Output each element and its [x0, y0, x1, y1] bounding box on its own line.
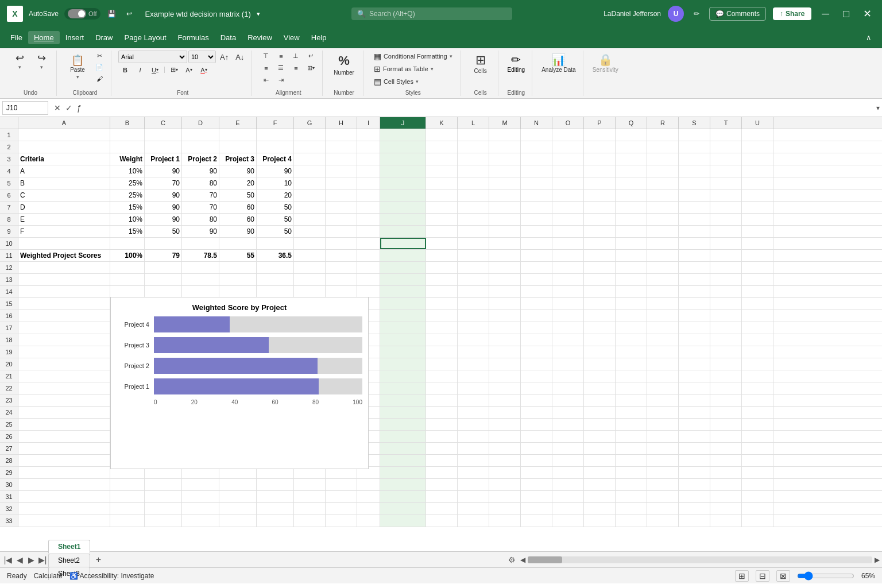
- cell-Q25[interactable]: [616, 419, 647, 430]
- cell-L21[interactable]: [458, 370, 489, 382]
- cell-M15[interactable]: [489, 298, 521, 310]
- normal-view-button[interactable]: ⊞: [735, 570, 749, 582]
- cell-T11[interactable]: [710, 250, 742, 261]
- cell-L11[interactable]: [458, 250, 489, 261]
- cell-J25[interactable]: [380, 419, 426, 430]
- cell-I5[interactable]: [357, 177, 380, 189]
- cell-U33[interactable]: [742, 515, 773, 527]
- cell-E31[interactable]: [219, 491, 257, 502]
- cell-L32[interactable]: [458, 503, 489, 514]
- settings-icon[interactable]: ⚙: [508, 555, 516, 564]
- cell-R25[interactable]: [647, 419, 679, 430]
- cell-D5[interactable]: 80: [182, 177, 219, 189]
- cell-E11[interactable]: 55: [219, 250, 257, 261]
- cell-S3[interactable]: [679, 153, 710, 165]
- cell-F2[interactable]: [257, 141, 294, 153]
- cell-E33[interactable]: [219, 515, 257, 527]
- menu-home[interactable]: Home: [28, 31, 60, 44]
- cell-G11[interactable]: [294, 250, 326, 261]
- cell-U2[interactable]: [742, 141, 773, 153]
- cell-D1[interactable]: [182, 129, 219, 141]
- cell-R26[interactable]: [647, 431, 679, 442]
- chart-container[interactable]: Weighted Score by Project Project 4Proje…: [110, 297, 369, 469]
- cell-M30[interactable]: [489, 479, 521, 490]
- cell-P9[interactable]: [584, 226, 616, 237]
- cell-T18[interactable]: [710, 334, 742, 346]
- cell-M12[interactable]: [489, 262, 521, 273]
- menu-data[interactable]: Data: [215, 31, 242, 44]
- cell-N15[interactable]: [521, 298, 552, 310]
- cell-J6[interactable]: [380, 189, 426, 201]
- cell-Q8[interactable]: [616, 214, 647, 225]
- cell-F32[interactable]: [257, 503, 294, 514]
- cell-B8[interactable]: 10%: [110, 214, 145, 225]
- cell-G8[interactable]: [294, 214, 326, 225]
- col-header-H[interactable]: H: [326, 117, 357, 129]
- cell-A1[interactable]: [18, 129, 110, 141]
- menu-review[interactable]: Review: [242, 31, 278, 44]
- cell-N6[interactable]: [521, 189, 552, 201]
- cell-C3[interactable]: Project 1: [145, 153, 182, 165]
- cell-T16[interactable]: [710, 310, 742, 322]
- cell-A32[interactable]: [18, 503, 110, 514]
- cell-G6[interactable]: [294, 189, 326, 201]
- align-top-button[interactable]: ⊤: [259, 51, 273, 61]
- cell-Q6[interactable]: [616, 189, 647, 201]
- cell-B33[interactable]: [110, 515, 145, 527]
- cell-P12[interactable]: [584, 262, 616, 273]
- cell-D10[interactable]: [182, 238, 219, 249]
- format-painter-button[interactable]: 🖌: [92, 74, 106, 84]
- col-header-J[interactable]: J: [380, 117, 426, 129]
- cell-M16[interactable]: [489, 310, 521, 322]
- cell-R14[interactable]: [647, 286, 679, 297]
- cell-H8[interactable]: [326, 214, 357, 225]
- cell-S29[interactable]: [679, 467, 710, 478]
- cell-D3[interactable]: Project 2: [182, 153, 219, 165]
- cell-Q22[interactable]: [616, 382, 647, 394]
- cell-K21[interactable]: [426, 370, 458, 382]
- cell-C6[interactable]: 90: [145, 189, 182, 201]
- cell-I6[interactable]: [357, 189, 380, 201]
- menu-page-layout[interactable]: Page Layout: [119, 31, 172, 44]
- cell-B10[interactable]: [110, 238, 145, 249]
- cell-C11[interactable]: 79: [145, 250, 182, 261]
- underline-button[interactable]: U ▾: [148, 65, 162, 75]
- cell-E8[interactable]: 60: [219, 214, 257, 225]
- cell-S21[interactable]: [679, 370, 710, 382]
- merge-button[interactable]: ⊞ ▾: [304, 63, 318, 74]
- cell-H3[interactable]: [326, 153, 357, 165]
- cell-U6[interactable]: [742, 189, 773, 201]
- cell-J29[interactable]: [380, 467, 426, 478]
- formula-cancel-icon[interactable]: ✕: [53, 102, 62, 114]
- cell-N3[interactable]: [521, 153, 552, 165]
- cell-D9[interactable]: 90: [182, 226, 219, 237]
- cell-N30[interactable]: [521, 479, 552, 490]
- cell-P25[interactable]: [584, 419, 616, 430]
- cell-J10[interactable]: [380, 238, 426, 249]
- cell-O13[interactable]: [552, 274, 584, 285]
- cell-I10[interactable]: [357, 238, 380, 249]
- cell-B2[interactable]: [110, 141, 145, 153]
- cell-I33[interactable]: [357, 515, 380, 527]
- cell-T23[interactable]: [710, 394, 742, 406]
- cell-U12[interactable]: [742, 262, 773, 273]
- cell-J15[interactable]: [380, 298, 426, 310]
- cell-L28[interactable]: [458, 455, 489, 466]
- cell-Q18[interactable]: [616, 334, 647, 346]
- cell-A23[interactable]: [18, 394, 110, 406]
- cell-P16[interactable]: [584, 310, 616, 322]
- cell-A2[interactable]: [18, 141, 110, 153]
- cell-J1[interactable]: [380, 129, 426, 141]
- cell-S31[interactable]: [679, 491, 710, 502]
- cell-E12[interactable]: [219, 262, 257, 273]
- cell-M10[interactable]: [489, 238, 521, 249]
- cell-S22[interactable]: [679, 382, 710, 394]
- cell-L4[interactable]: [458, 165, 489, 177]
- cell-R8[interactable]: [647, 214, 679, 225]
- cell-D32[interactable]: [182, 503, 219, 514]
- sensitivity-button[interactable]: 🔒 Sensitivity: [590, 51, 621, 75]
- cell-C1[interactable]: [145, 129, 182, 141]
- cell-J5[interactable]: [380, 177, 426, 189]
- cell-T21[interactable]: [710, 370, 742, 382]
- cell-Q10[interactable]: [616, 238, 647, 249]
